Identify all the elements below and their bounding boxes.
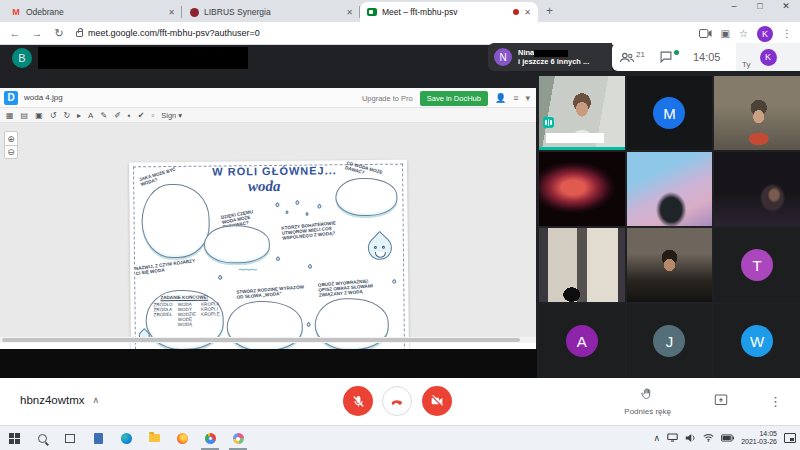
horizontal-scrollbar[interactable] <box>0 337 536 343</box>
browser-profile-avatar[interactable]: K <box>757 26 773 42</box>
word-family-column: ŹRÓDŁO ŹRÓDŁA ŹRÓDEŁ <box>153 302 172 327</box>
participants-button[interactable]: 21 <box>612 50 652 64</box>
battery-icon[interactable] <box>721 434 734 442</box>
more-options-button[interactable]: ⋮ <box>769 394 782 409</box>
redo-tool-icon[interactable]: ↻ <box>63 111 70 120</box>
video-tile-nebula[interactable] <box>539 152 625 226</box>
video-tile-m[interactable]: M <box>627 76 713 150</box>
tab-odebrane[interactable]: M Odebrane ✕ <box>4 2 182 22</box>
pen-tool-icon[interactable]: ✎ <box>100 111 107 120</box>
shape-tool-icon[interactable]: ▪ <box>128 111 131 120</box>
presenter-avatar: B <box>12 48 32 68</box>
video-tile-window[interactable] <box>539 228 625 302</box>
video-tile-blur[interactable] <box>627 152 713 226</box>
thumbnails-tool-icon[interactable]: ▤ <box>21 111 29 120</box>
avatar: W <box>741 325 773 357</box>
speaker-icon[interactable] <box>685 433 696 443</box>
zoom-out-button[interactable]: ⊖ <box>5 145 17 158</box>
reload-button[interactable]: ↻ <box>48 27 70 40</box>
participants-banner[interactable]: N Nina i jeszcze 6 innych ... <box>488 43 612 71</box>
browser-menu-icon[interactable]: ⋮ <box>782 28 792 39</box>
chrome-button[interactable] <box>196 426 224 450</box>
chat-button[interactable] <box>652 50 686 64</box>
tab-camera-icon[interactable] <box>699 29 712 38</box>
video-tile-teacher[interactable] <box>539 76 625 150</box>
edge-icon <box>121 433 132 444</box>
tab-label: Odebrane <box>26 7 163 17</box>
start-button[interactable] <box>0 426 28 450</box>
video-tile-boy[interactable] <box>627 228 713 302</box>
video-tile-t[interactable]: T <box>714 228 800 302</box>
taskbar-clock[interactable]: 14:05 2021-03-26 <box>741 430 777 446</box>
present-screen-button[interactable] <box>713 393 729 411</box>
video-tile-headphones[interactable] <box>714 76 800 150</box>
close-tab-icon[interactable]: ✕ <box>346 8 353 17</box>
save-in-dochub-button[interactable]: Save in DocHub <box>420 91 488 106</box>
avatar: A <box>566 325 598 357</box>
text-tool-icon[interactable]: A <box>88 111 93 120</box>
print-tool-icon[interactable]: ▣ <box>35 111 43 120</box>
camera-off-button[interactable] <box>422 386 452 416</box>
zoom-in-button[interactable]: ⊕ <box>5 132 17 145</box>
forward-button[interactable]: → <box>26 27 48 39</box>
window-maximize-button[interactable]: □ <box>750 1 770 11</box>
task-view-button[interactable] <box>56 426 84 450</box>
share-user-icon[interactable]: 👤 <box>495 93 506 103</box>
video-tile-darkroom[interactable] <box>714 152 800 226</box>
url-box[interactable]: meet.google.com/fft-mbhu-psv?authuser=0 <box>76 28 260 38</box>
window-minimize-button[interactable]: – <box>724 1 744 11</box>
paint-button[interactable] <box>224 426 252 450</box>
upgrade-to-pro-link[interactable]: Upgrade to Pro <box>362 94 413 103</box>
meet-top-bar: 21 14:05 Ty K <box>612 43 800 71</box>
pages-tool-icon[interactable]: ▦ <box>6 111 14 120</box>
chat-notification-dot <box>674 50 679 55</box>
back-button[interactable]: ← <box>4 27 26 39</box>
close-tab-icon[interactable]: ✕ <box>524 8 531 17</box>
video-tile-j[interactable]: J <box>627 304 713 378</box>
display-tray-icon[interactable] <box>667 433 678 442</box>
edge-button[interactable] <box>112 426 140 450</box>
tray-chevron-icon[interactable]: ∧ <box>654 433 661 443</box>
url-text[interactable]: meet.google.com/fft-mbhu-psv?authuser=0 <box>88 28 260 38</box>
calculator-button[interactable] <box>84 426 112 450</box>
scrollbar-thumb[interactable] <box>2 338 520 342</box>
wifi-icon[interactable] <box>703 433 714 442</box>
close-tab-icon[interactable]: ✕ <box>168 8 175 17</box>
caret-down-icon[interactable]: ▾ <box>525 93 530 103</box>
search-icon <box>38 434 47 443</box>
tab-label: Meet – fft-mbhu-psv <box>382 7 508 17</box>
video-tile-a[interactable]: A <box>539 304 625 378</box>
self-view[interactable]: Ty K <box>736 43 800 71</box>
image-tool-icon[interactable]: ▫ <box>151 111 154 120</box>
action-center-icon[interactable] <box>784 433 796 443</box>
tab-meet-active[interactable]: Meet – fft-mbhu-psv ✕ <box>360 2 538 22</box>
check-tool-icon[interactable]: ✔ <box>138 111 145 120</box>
hang-up-button[interactable] <box>382 386 412 416</box>
participants-more: i jeszcze 6 innych ... <box>518 57 589 66</box>
participant-name: Nina <box>518 48 534 57</box>
bookmark-star-icon[interactable]: ☆ <box>739 28 748 39</box>
avatar: N <box>494 48 512 66</box>
undo-tool-icon[interactable]: ↺ <box>50 111 57 120</box>
document-canvas[interactable]: W ROLI GŁÓWNEJ... woda JAKA MOŻE BYĆ WOD… <box>0 123 536 343</box>
mic-off-icon <box>351 394 366 409</box>
sign-tool[interactable]: Sign ▾ <box>161 111 182 120</box>
chevron-up-icon: ∧ <box>93 395 100 405</box>
extension-icon[interactable]: ▣ <box>721 28 730 39</box>
file-explorer-button[interactable] <box>140 426 168 450</box>
highlight-tool-icon[interactable]: ✐ <box>114 111 121 120</box>
meeting-code[interactable]: hbnz4owtmx ∧ <box>20 394 99 406</box>
mic-off-button[interactable] <box>343 386 373 416</box>
raise-hand-button[interactable]: Podnieś rękę <box>624 387 671 416</box>
gmail-icon: M <box>11 7 21 17</box>
chrome-icon <box>205 433 216 444</box>
window-close-button[interactable]: ✕ <box>776 1 796 11</box>
video-tile-w[interactable]: W <box>714 304 800 378</box>
cursor-tool-icon[interactable]: ▸ <box>77 111 81 120</box>
firefox-button[interactable] <box>168 426 196 450</box>
hang-up-icon <box>389 393 405 409</box>
new-tab-button[interactable]: + <box>546 4 553 18</box>
menu-icon[interactable]: ≡ <box>513 93 518 103</box>
taskbar-search-button[interactable] <box>28 426 56 450</box>
tab-librus[interactable]: LIBRUS Synergia ✕ <box>182 2 360 22</box>
